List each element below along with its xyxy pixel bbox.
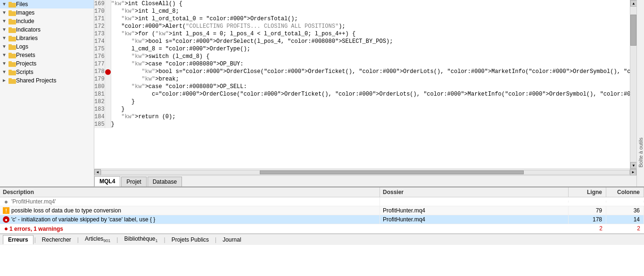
scroll-left-btn[interactable]: ◄ [94,169,101,176]
bottom-panel-header: Description Dossier Ligne Colonne [0,187,644,197]
bp-cell-desc: ●'ProfitHunter.mq4' [0,197,380,206]
bp-summary-desc: ●1 errors, 1 warnings [0,224,380,233]
code-content[interactable]: l_cmd_8 = "color:#000">OrderType(); [111,45,630,53]
folder-icon [8,77,16,84]
bp-cell-ligne [569,201,606,203]
code-view[interactable]: 169"kw">int CloseAll() {170 "kw">int l_c… [94,0,630,169]
bp-cell-dossier [380,201,569,203]
error-icon: ● [3,216,9,223]
sidebar-item-images[interactable]: ▼Images [0,8,94,17]
code-content[interactable]: "kw">bool s="color:#000">OrderClose("col… [111,68,630,75]
code-content[interactable]: } [111,121,630,128]
line-marker [105,53,111,60]
code-content[interactable]: c="color:#000">OrderClose("color:#000">O… [111,90,630,98]
code-content[interactable]: "kw">for ("kw">int l_pos_4 = 0; l_pos_4 … [111,30,630,38]
table-row: 175 l_cmd_8 = "color:#000">OrderType(); [94,45,630,53]
sidebar-item-files[interactable]: ▼Files [0,0,94,8]
bp-cell-dossier: ProfitHunter.mq4 [380,206,569,215]
code-content[interactable]: "kw">int CloseAll() { [111,0,630,8]
table-row: 179 "kw">break; [94,75,630,83]
editor-tab-mql4[interactable]: MQL4 [94,176,120,187]
scroll-thumb[interactable] [630,15,636,46]
side-tools-panel: Boîte à outils [636,0,644,187]
line-marker [105,30,111,38]
bp-desc-text: 'c' - initialization of variable skipped… [11,216,155,223]
warning-icon: ! [3,207,9,214]
bp-row[interactable]: ●'ProfitHunter.mq4' [0,197,644,206]
scroll-right-btn[interactable]: ► [630,169,636,176]
line-number: 173 [94,30,105,38]
bp-row[interactable]: !possible loss of data due to type conve… [0,206,644,215]
vertical-scrollbar[interactable]: ▲ ▼ [630,0,636,169]
sidebar-item-scripts[interactable]: ▼Scripts [0,68,94,76]
code-content[interactable]: } [111,98,630,106]
table-row: 176 "kw">switch (l_cmd_8) { [94,53,630,60]
bp-desc-text: 'ProfitHunter.mq4' [11,198,56,205]
tab-separator: | [215,236,216,243]
table-row: 180 "kw">case "color:#008080">OP_SELL: [94,83,630,90]
editor-tab-projet[interactable]: Projet [121,177,146,187]
code-content[interactable]: } [111,106,630,113]
scroll-track[interactable] [630,7,636,162]
sidebar-item-include[interactable]: ▼Include [0,17,94,25]
sidebar-item-shared-projects[interactable]: ►Shared Projects [0,76,94,85]
bottom-tab-journal[interactable]: Journal [217,235,246,244]
code-content[interactable]: "kw">int l_cmd_8; [111,8,630,15]
h-scroll-thumb[interactable] [260,170,524,174]
line-marker [105,38,111,45]
line-marker [105,60,111,68]
folder-icon [8,43,16,50]
sidebar-item-label: Include [16,18,34,24]
code-content[interactable]: "kw">case "color:#008080">OP_SELL: [111,83,630,90]
bp-summary-ligne: 2 [569,224,606,233]
tab-separator: | [77,236,79,243]
folder-icon [8,18,16,24]
bottom-tab-erreurs[interactable]: Erreurs [3,235,33,244]
line-number: 180 [94,83,105,90]
bottom-tab-articles[interactable]: Articles901 [80,234,116,244]
line-number: 172 [94,23,105,30]
bottom-tab-projets-publics[interactable]: Projets Publics [166,235,214,244]
line-marker: ● [105,68,111,75]
bp-cell-dossier: ProfitHunter.mq4 [380,215,569,224]
scroll-down-btn[interactable]: ▼ [630,162,636,169]
line-number: 177 [94,60,105,68]
line-marker [105,75,111,83]
bottom-tab-biblioth-que[interactable]: Bibliothèque1 [119,234,163,244]
svg-rect-13 [8,54,16,58]
code-content[interactable]: "kw">break; [111,75,630,83]
code-content[interactable]: "kw">return (0); [111,113,630,121]
bottom-tab-rechercher[interactable]: Rechercher [37,235,76,244]
sidebar-item-logs[interactable]: ▼Logs [0,42,94,51]
sidebar-item-indicators[interactable]: ▼Indicators [0,25,94,34]
bp-summary-colonne: 2 [606,224,644,233]
code-content[interactable]: "kw">case "color:#008080">OP_BUY: [111,60,630,68]
line-marker [105,98,111,106]
line-number: 176 [94,53,105,60]
table-row: 185} [94,121,630,128]
line-marker [105,113,111,121]
line-number: 174 [94,38,105,45]
sidebar-item-libraries[interactable]: ▼Libraries [0,34,94,42]
h-scroll-track[interactable] [101,170,630,175]
expand-icon: ▼ [2,52,8,58]
editor-tab-database[interactable]: Database [148,177,182,187]
scroll-up-btn[interactable]: ▲ [630,0,636,7]
sidebar-item-presets[interactable]: ▼Presets [0,51,94,59]
side-tools-label: Boîte à outils [638,138,644,168]
sidebar: ▼Files▼Images▼Include▼Indicators▼Librari… [0,0,94,187]
code-content[interactable]: "kw">bool s="color:#000">OrderSelect(l_p… [111,38,630,45]
code-content[interactable]: "color:#000">Alert("COLLECTING PROFITS..… [111,23,630,30]
table-row: 169"kw">int CloseAll() { [94,0,630,8]
tab-badge: 901 [103,239,110,244]
sidebar-item-projects[interactable]: ▼Projects [0,59,94,68]
code-content[interactable]: "kw">int l_ord_total_0 = "color:#000">Or… [111,15,630,23]
line-number: 181 [94,90,105,98]
table-row: 183 } [94,106,630,113]
sidebar-item-label: Scripts [16,69,33,75]
info-icon: ● [3,198,9,205]
folder-icon [8,60,16,67]
bp-row[interactable]: ●'c' - initialization of variable skippe… [0,215,644,224]
code-content[interactable]: "kw">switch (l_cmd_8) { [111,53,630,60]
horizontal-scrollbar[interactable]: ◄ ► [94,169,636,175]
